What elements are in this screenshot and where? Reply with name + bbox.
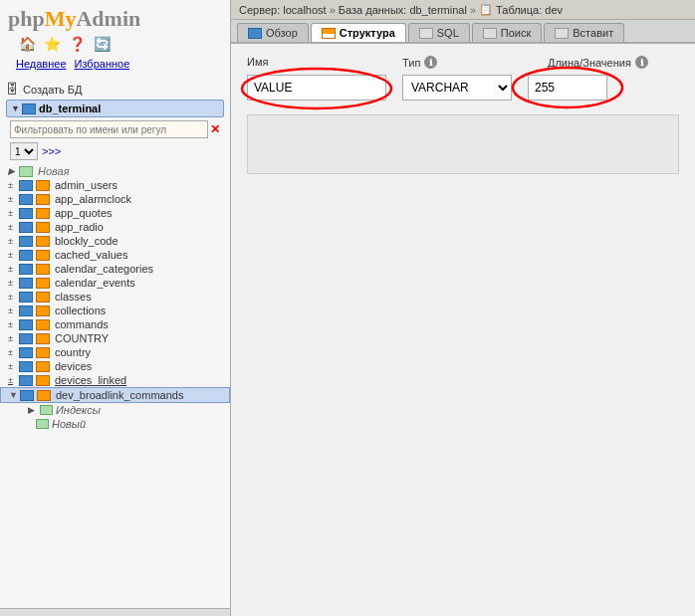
table-item[interactable]: ± app_radio (0, 220, 230, 234)
table-item-dev-broadlink[interactable]: ▼ dev_broadlink_commands (0, 387, 230, 403)
star-icon[interactable]: ⭐ (41, 34, 63, 54)
help-icon[interactable]: ❓ (66, 34, 88, 54)
left-panel: phpMyAdmin 🏠 ⭐ ❓ 🔄 Недавнее Избранное 🗄 … (0, 0, 231, 616)
table-item[interactable]: ± calendar_events (0, 276, 230, 290)
table-item[interactable]: ± devices (0, 359, 230, 373)
tab-structure-label: Структура (340, 27, 395, 39)
breadcrumb-table-icon: 📋 (479, 3, 493, 16)
sub-item-indexes[interactable]: ▶ Индексы (0, 403, 230, 417)
create-db-label: Создать БД (23, 84, 83, 96)
db-table-icon (22, 103, 36, 114)
tab-search-icon (483, 28, 497, 39)
table-name: COUNTRY (55, 332, 109, 344)
tab-sql-icon (419, 28, 433, 39)
table-item[interactable]: ± classes (0, 290, 230, 304)
table-name: cached_values (55, 249, 127, 261)
db-name: db_terminal (39, 103, 101, 114)
table-item[interactable]: ± calendar_categories (0, 262, 230, 276)
table-list: ▶ Новая ± admin_users ± app_alarmclock ±… (0, 164, 230, 608)
table-name: blockly_code (55, 235, 118, 247)
tab-insert[interactable]: Вставит (544, 23, 624, 42)
filter-clear-icon[interactable]: ✕ (210, 122, 220, 136)
content-area: Имя Тип ℹ Длина/Значения ℹ (231, 44, 695, 616)
page-nav: 1 >>> (6, 140, 224, 162)
tab-structure[interactable]: Структура (311, 23, 406, 42)
table-item-commands[interactable]: ± commands (0, 317, 230, 331)
length-info-icon[interactable]: ℹ (635, 56, 648, 69)
table-item[interactable]: ± app_alarmclock (0, 192, 230, 206)
table-name: admin_users (55, 179, 117, 191)
type-select[interactable]: VARCHAR INT TEXT DATE DATETIME FLOAT DOU… (402, 75, 512, 101)
table-item[interactable]: ± cached_values (0, 248, 230, 262)
logo-admin: Admin (76, 6, 140, 31)
new-table-icon: ▶ (8, 166, 35, 177)
field-value-row: VARCHAR INT TEXT DATE DATETIME FLOAT DOU… (247, 75, 679, 101)
recents-fav: Недавнее Избранное (8, 56, 222, 74)
sub-item-new[interactable]: Новый (0, 417, 230, 431)
table-item[interactable]: ± admin_users (0, 178, 230, 192)
logo-php: php (8, 6, 45, 31)
table-name: commands (55, 318, 109, 330)
tab-overview[interactable]: Обзор (237, 23, 309, 42)
db-expand-icon: ▼ (11, 103, 20, 113)
new-table-item[interactable]: ▶ Новая (0, 164, 230, 178)
filter-row: ✕ (6, 118, 224, 140)
table-item-country-lower[interactable]: ± country (0, 345, 230, 359)
toolbar-icons: 🏠 ⭐ ❓ 🔄 (8, 32, 222, 56)
sub-expand-icon: ▶ (28, 405, 38, 415)
home-icon[interactable]: 🏠 (16, 34, 38, 54)
favorites-link[interactable]: Избранное (75, 58, 130, 70)
table-name: app_quotes (55, 207, 113, 219)
breadcrumb-server: Сервер: localhost (239, 4, 327, 16)
tab-search[interactable]: Поиск (472, 23, 542, 42)
table-name: calendar_categories (55, 263, 153, 275)
db-selected[interactable]: ▼ db_terminal (6, 100, 224, 117)
create-db-row[interactable]: 🗄 Создать БД (6, 80, 224, 99)
table-name: app_alarmclock (55, 193, 131, 205)
sub-new-label: Новый (52, 418, 86, 430)
length-group: Длина/Значения ℹ (548, 56, 667, 69)
recents-link[interactable]: Недавнее (16, 58, 67, 70)
length-input[interactable] (528, 75, 607, 101)
breadcrumb-table: Таблица: dev (496, 4, 563, 16)
tab-overview-label: Обзор (266, 27, 298, 39)
table-name: collections (55, 305, 106, 316)
page-select[interactable]: 1 (10, 142, 38, 160)
tab-bar: Обзор Структура SQL Поиск Вставит (231, 20, 695, 44)
name-group: Имя (247, 56, 386, 68)
tab-overview-icon (248, 28, 262, 39)
logo-area: phpMyAdmin 🏠 ⭐ ❓ 🔄 Недавнее Избранное (0, 0, 230, 78)
refresh-icon[interactable]: 🔄 (91, 34, 113, 54)
sub-item-label: Индексы (56, 404, 101, 416)
table-item[interactable]: ± app_quotes (0, 206, 230, 220)
table-name: classes (55, 291, 92, 303)
create-db-icon: 🗄 (6, 82, 19, 97)
logo-my: My (45, 6, 77, 31)
table-item[interactable]: ± blockly_code (0, 234, 230, 248)
left-scroll (0, 608, 230, 616)
breadcrumb-sep1: » (330, 4, 336, 16)
table-name: country (55, 346, 91, 358)
table-name: devices_linked (55, 374, 126, 386)
filter-input[interactable] (10, 120, 208, 138)
type-info-icon[interactable]: ℹ (424, 56, 437, 69)
logo: phpMyAdmin (8, 6, 222, 32)
new-table-label: Новая (38, 165, 70, 177)
breadcrumb-db: База данных: db_terminal (339, 4, 467, 16)
name-input[interactable] (247, 75, 386, 101)
type-group: Тип ℹ (402, 56, 532, 69)
length-label: Длина/Значения ℹ (548, 56, 667, 69)
table-item[interactable]: ± devices_linked (0, 373, 230, 387)
type-label: Тип ℹ (402, 56, 532, 69)
tab-structure-icon (322, 28, 336, 39)
page-nav-next[interactable]: >>> (42, 145, 61, 157)
new-icon (19, 166, 33, 177)
table-item-country-upper[interactable]: ± COUNTRY (0, 331, 230, 345)
table-name: app_radio (55, 221, 104, 233)
table-name: devices (55, 360, 92, 372)
tab-sql[interactable]: SQL (408, 23, 470, 42)
sub-table-icon (40, 405, 53, 415)
tab-insert-label: Вставит (573, 27, 613, 39)
table-item[interactable]: ± collections (0, 304, 230, 317)
sub-new-icon (36, 419, 49, 429)
